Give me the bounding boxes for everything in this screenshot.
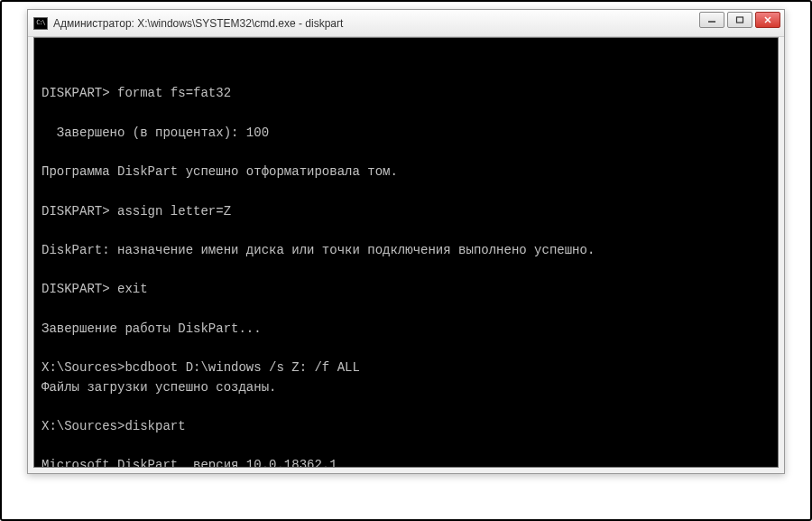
terminal-line <box>42 221 770 241</box>
terminal-line <box>42 143 770 163</box>
window-controls <box>699 12 780 28</box>
terminal-line: DISKPART> exit <box>42 280 770 300</box>
cmd-icon-glyph: C:\ <box>36 20 45 26</box>
terminal-line <box>42 261 770 281</box>
close-button[interactable] <box>755 12 780 28</box>
terminal-line: DISKPART> assign letter=Z <box>42 202 770 222</box>
maximize-button[interactable] <box>727 12 752 28</box>
terminal-line <box>42 300 770 320</box>
terminal-area[interactable]: DISKPART> format fs=fat32 Завершено (в п… <box>33 37 779 468</box>
terminal-output: DISKPART> format fs=fat32 Завершено (в п… <box>42 84 770 468</box>
minimize-button[interactable] <box>699 12 724 28</box>
titlebar[interactable]: C:\ Администратор: X:\windows\SYSTEM32\c… <box>28 10 784 37</box>
terminal-line <box>42 104 770 124</box>
terminal-line <box>42 182 770 202</box>
terminal-line: Файлы загрузки успешно созданы. <box>42 378 770 398</box>
terminal-line: Завершено (в процентах): 100 <box>42 124 770 144</box>
terminal-line: Microsoft DiskPart, версия 10.0.18362.1 <box>42 456 770 468</box>
cmd-icon: C:\ <box>33 17 48 30</box>
terminal-line <box>42 397 770 417</box>
terminal-line: X:\Sources>diskpart <box>42 417 770 437</box>
terminal-line <box>42 437 770 457</box>
window-title: Администратор: X:\windows\SYSTEM32\cmd.e… <box>53 17 343 30</box>
terminal-line: DISKPART> format fs=fat32 <box>42 84 770 104</box>
terminal-line: X:\Sources>bcdboot D:\windows /s Z: /f A… <box>42 358 770 378</box>
cmd-window: C:\ Администратор: X:\windows\SYSTEM32\c… <box>27 9 785 474</box>
terminal-line: Завершение работы DiskPart... <box>42 320 770 340</box>
svg-rect-1 <box>737 17 743 23</box>
terminal-line: Программа DiskPart успешно отформатирова… <box>42 163 770 182</box>
terminal-line <box>42 339 770 358</box>
terminal-line: DiskPart: назначение имени диска или точ… <box>42 241 770 261</box>
